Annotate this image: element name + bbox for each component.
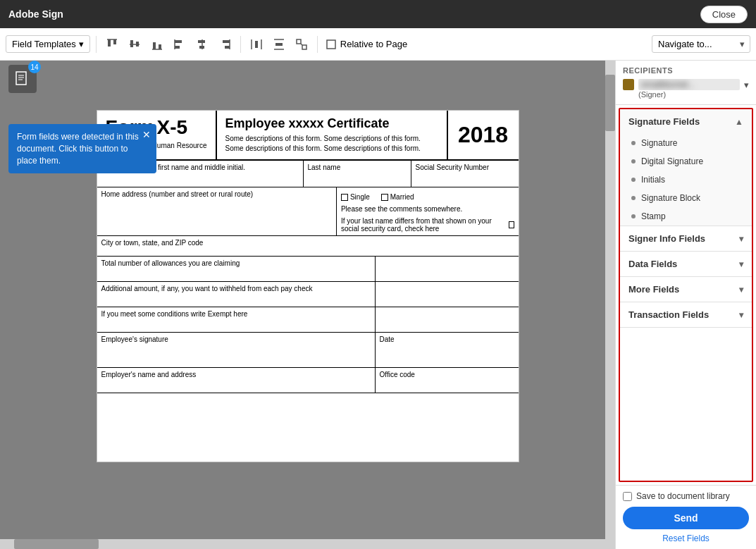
tooltip-bubble: ✕ Form fields were detected in this docu… [8,124,156,173]
field-templates-chevron: ▾ [79,39,84,49]
form-row-5: Additional amount, if any, you want to w… [97,282,519,307]
align-top-icon[interactable] [102,35,122,54]
single-checkbox[interactable] [341,194,348,201]
form-cell-additional-val [376,282,519,307]
signer-info-header[interactable]: Signer Info Fields ▾ [620,226,752,251]
svg-rect-9 [175,40,182,43]
single-checkbox-item: Single [341,193,370,201]
toolbar-divider-2 [240,36,241,53]
field-label-signature-block: Signature Block [641,193,700,203]
form-number-value: X-5 [157,116,188,138]
transaction-fields-label: Transaction Fields [628,309,709,320]
recipient-chevron[interactable]: ▾ [744,80,749,90]
data-fields-chevron: ▾ [739,259,743,269]
lastname-content [308,171,407,184]
reset-fields-link[interactable]: Reset Fields [623,533,749,543]
svg-rect-0 [108,39,111,47]
doc-icon[interactable]: 14 [8,65,37,93]
form-cell-address: Home address (number and street or rural… [97,187,337,235]
svg-rect-18 [255,41,258,48]
canvas-area: 14 ✕ Form fields were detected in this d… [0,61,615,549]
svg-rect-27 [327,40,335,49]
form-row-4: Total number of allowances you are claim… [97,257,519,282]
resize-icon[interactable] [292,35,311,54]
recipient-color-swatch [623,79,634,90]
allowances-label: Total number of allowances you are claim… [101,259,371,267]
signature-fields-label: Signature Fields [628,116,700,127]
comments-note: Please see the comments somewhere. [341,205,514,213]
signature-fields-chevron: ▲ [735,117,743,127]
distribute-v-icon[interactable] [269,35,289,54]
send-button[interactable]: Send [623,507,749,529]
tooltip-close[interactable]: ✕ [142,128,151,142]
diff-name-note: If your last name differs from that show… [341,217,506,233]
additional-label: Additional amount, if any, you want to w… [101,285,371,292]
align-bottom-icon[interactable] [147,35,167,54]
exempt-label: If you meet some conditions write Exempt… [101,310,371,318]
diff-name-checkbox[interactable] [509,221,514,228]
field-label-stamp: Stamp [641,211,666,221]
align-center-h-icon[interactable] [125,35,144,54]
relative-to-page-label: Relative to Page [340,39,407,49]
main-layout: 14 ✕ Form fields were detected in this d… [0,61,756,549]
signer-info-section: Signer Info Fields ▾ [620,226,752,252]
recipient-type: (Signer) [638,90,749,99]
align-right-icon[interactable] [215,35,235,54]
address-label: Home address (number and street or rural… [101,190,332,198]
form-cell-exempt-val [376,307,519,332]
data-fields-label: Data Fields [628,259,677,269]
navigate-dropdown-wrap: Navigate to... [652,35,750,53]
field-item-signature-block[interactable]: Signature Block [620,189,752,207]
signature-fields-section: Signature Fields ▲ Signature Digital Sig… [620,109,752,226]
doc-badge: 14 [28,61,41,73]
form-cell-city: City or town, state, and ZIP code [97,236,519,256]
transaction-fields-chevron: ▾ [739,310,743,320]
horizontal-scrollbar[interactable] [0,539,615,549]
recipients-label: RECIPIENTS [623,66,749,75]
form-cell-date: Date [376,333,519,367]
align-left-icon[interactable] [170,35,190,54]
lastname-label: Last name [308,164,407,171]
field-label-digital-signature: Digital Signature [641,156,703,166]
svg-rect-10 [175,46,180,49]
signature-fields-header[interactable]: Signature Fields ▲ [620,109,752,134]
right-panel: RECIPIENTS emailblurred... ▾ (Signer) Si… [615,61,756,549]
married-label: Married [390,193,414,201]
hscrollbar-thumb[interactable] [14,539,99,549]
field-templates-button[interactable]: Field Templates ▾ [6,35,90,53]
married-checkbox[interactable] [381,194,388,201]
more-fields-header[interactable]: More Fields ▾ [620,277,752,302]
navigate-dropdown[interactable]: Navigate to... [652,35,750,53]
emp-sig-label: Employee's signature [101,335,371,343]
toolbar-divider-1 [96,36,97,53]
fields-panel: Signature Fields ▲ Signature Digital Sig… [619,108,753,482]
vertical-scrollbar[interactable] [605,61,615,549]
marital-status-area: Single Married [341,193,514,201]
field-dot-initials [631,178,636,182]
toolbar: Field Templates ▾ Relative to Page Navig… [0,28,756,61]
svg-rect-7 [159,44,161,49]
single-label: Single [350,193,370,201]
relative-to-page-toggle[interactable]: Relative to Page [326,39,407,49]
save-library-checkbox[interactable] [623,492,632,501]
recipients-section: RECIPIENTS emailblurred... ▾ (Signer) [616,61,756,105]
field-templates-label: Field Templates [12,39,76,49]
transaction-fields-section: Transaction Fields ▾ [620,302,752,328]
align-center-v-icon[interactable] [192,35,212,54]
field-item-digital-signature[interactable]: Digital Signature [620,152,752,171]
form-cell-emp-sig: Employee's signature [97,333,376,367]
field-item-signature[interactable]: Signature [620,134,752,152]
field-item-initials[interactable]: Initials [620,171,752,189]
distribute-h-icon[interactable] [247,35,266,54]
office-code-label: Office code [380,371,514,378]
field-dot-digital-signature [631,159,636,164]
vscrollbar-thumb[interactable] [605,75,615,131]
svg-rect-1 [113,39,116,44]
svg-rect-28 [16,72,26,85]
data-fields-header[interactable]: Data Fields ▾ [620,252,752,276]
transaction-fields-header[interactable]: Transaction Fields ▾ [620,302,752,327]
close-button[interactable]: Close [700,6,748,23]
doc-icon-wrap: 14 [8,65,37,93]
form-cell-employer: Employer's name and address [97,368,376,393]
field-item-stamp[interactable]: Stamp [620,207,752,226]
